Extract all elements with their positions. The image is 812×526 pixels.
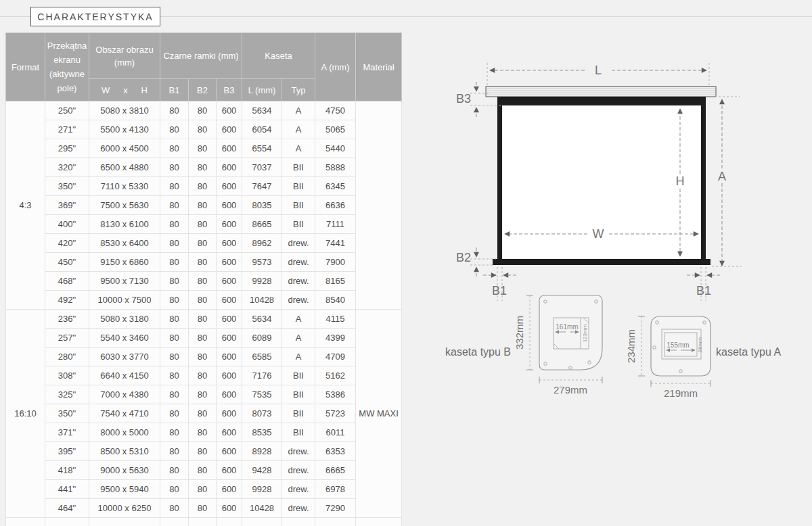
b2-cell: 80	[189, 139, 217, 158]
a-cell: 6345	[315, 177, 356, 196]
b2-cell: 80	[189, 442, 217, 461]
typ-cell: A	[282, 348, 315, 366]
typ-cell: drew.	[282, 253, 315, 272]
b3-cell: 600	[217, 139, 242, 158]
b3-cell: 600	[217, 158, 242, 177]
l-cell: 7037	[242, 158, 282, 177]
table-row: 271''5500 x 413080806006054A5065	[6, 120, 402, 139]
table-row: 257''5540 x 346080806006089A4399	[6, 329, 402, 348]
diagonal-cell: 418''	[45, 461, 89, 480]
image-area-cell: 10000 x 7500	[89, 291, 160, 310]
b1-cell: 80	[160, 101, 189, 120]
typ-cell: A	[282, 120, 315, 139]
image-area-cell: 5080 x 3180	[89, 310, 160, 329]
b1-left-label: B1	[492, 284, 507, 297]
b3-cell: 600	[217, 177, 242, 196]
table-row: 400''8130 x 610080806008665BII7111	[6, 215, 402, 234]
characteristics-page: CHARAKTERYSTYKA Format Przekątna ekranu …	[0, 0, 812, 526]
spec-table-container: Format Przekątna ekranu (aktywne pole) O…	[5, 32, 402, 526]
l-cell: 7176	[242, 366, 282, 385]
image-area-cell: 6030 x 3770	[89, 348, 160, 366]
b2-cell: 80	[189, 329, 217, 348]
a-cell: 8540	[315, 291, 356, 310]
cassette-b-inner-width-label: 161mm	[556, 323, 578, 331]
a-cell: 6636	[315, 196, 356, 215]
header-w: W	[102, 84, 110, 97]
header-image-area: Obszar obrazu (mm)	[89, 33, 160, 79]
typ-cell: drew.	[282, 461, 315, 480]
a-cell: 5162	[315, 366, 356, 385]
typ-cell: BII	[282, 177, 315, 196]
format-cell: 16:10	[6, 310, 45, 518]
empty-cell	[242, 518, 282, 526]
b2-cell: 80	[189, 234, 217, 253]
b3-cell: 600	[217, 423, 242, 442]
typ-cell: drew.	[282, 272, 315, 291]
l-cell: 9428	[242, 461, 282, 480]
l-cell: 9928	[242, 272, 282, 291]
b1-cell: 80	[160, 291, 189, 310]
b3-cell: 600	[217, 348, 242, 366]
a-cell: 6978	[315, 480, 356, 499]
b1-cell: 80	[160, 196, 189, 215]
diagonal-cell: 350''	[45, 177, 89, 196]
header-a-mm: A (mm)	[315, 33, 356, 101]
cassette-a-inner-width-label: 155mm	[667, 341, 689, 349]
b3-cell: 600	[217, 120, 242, 139]
diagonal-cell: 250''	[45, 101, 89, 120]
b2-cell: 80	[189, 310, 217, 329]
header-l-mm: L (mm)	[242, 79, 282, 101]
b1-cell: 80	[160, 272, 189, 291]
l-cell: 8073	[242, 404, 282, 423]
table-row-partial	[6, 518, 402, 526]
a-cell: 7441	[315, 234, 356, 253]
image-area-cell: 5500 x 4130	[89, 120, 160, 139]
typ-cell: A	[282, 310, 315, 329]
b3-cell: 600	[217, 366, 242, 385]
cassette-a-width-label: 219mm	[664, 387, 698, 399]
header-x: x	[123, 84, 128, 97]
b1-cell: 80	[160, 404, 189, 423]
cassette-b-label: kaseta typu B	[445, 346, 511, 358]
diagonal-cell: 450''	[45, 253, 89, 272]
table-row: 418''9000 x 563080806009428drew.6665	[6, 461, 402, 480]
diagonal-cell: 295''	[45, 139, 89, 158]
cassette-a-height-label: 234mm	[625, 329, 637, 363]
table-row: 4:3250''5080 x 381080806005634A4750	[6, 101, 402, 120]
b3-cell: 600	[217, 461, 242, 480]
diagonal-cell: 395''	[45, 442, 89, 461]
image-area-cell: 8000 x 5000	[89, 423, 160, 442]
header-h: H	[141, 84, 148, 97]
b2-cell: 80	[189, 461, 217, 480]
b1-cell: 80	[160, 253, 189, 272]
l-cell: 8665	[242, 215, 282, 234]
empty-cell	[356, 518, 402, 526]
empty-cell	[6, 518, 45, 526]
l-cell: 8962	[242, 234, 282, 253]
l-cell: 7535	[242, 385, 282, 404]
l-cell: 8928	[242, 442, 282, 461]
header-black-frames: Czarne ramki (mm)	[160, 33, 242, 79]
l-cell: 7647	[242, 177, 282, 196]
b1-cell: 80	[160, 348, 189, 366]
diagonal-cell: 325''	[45, 385, 89, 404]
page-title: CHARAKTERYSTYKA	[30, 7, 160, 26]
header-b2: B2	[189, 79, 217, 101]
l-cell: 6554	[242, 139, 282, 158]
l-cell: 8035	[242, 196, 282, 215]
l-cell: 6585	[242, 348, 282, 366]
b3-cell: 600	[217, 499, 242, 518]
b2-cell: 80	[189, 423, 217, 442]
cassette-b-inner-height-label: 123mm	[582, 324, 588, 342]
l-cell: 6089	[242, 329, 282, 348]
b3-cell: 600	[217, 310, 242, 329]
header-format: Format	[6, 33, 45, 101]
b3-cell: 600	[217, 272, 242, 291]
l-dim-label: L	[595, 64, 602, 77]
b1-cell: 80	[160, 480, 189, 499]
b1-cell: 80	[160, 461, 189, 480]
table-row: 450''9150 x 686080806009573drew.7900	[6, 253, 402, 272]
image-area-cell: 5080 x 3810	[89, 101, 160, 120]
a-cell: 4750	[315, 101, 356, 120]
b2-cell: 80	[189, 101, 217, 120]
